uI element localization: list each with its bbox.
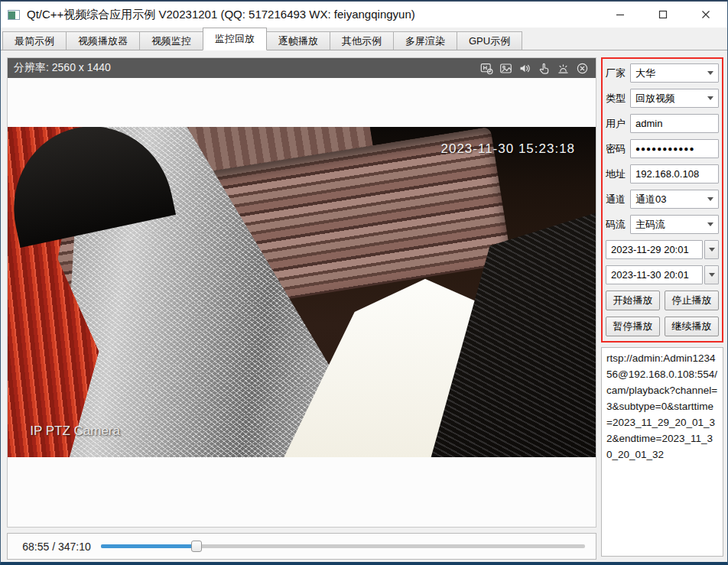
playback-bar: 68:55 / 347:10 [7, 533, 596, 560]
hand-icon [538, 62, 551, 75]
close-icon [701, 10, 710, 19]
password-label: 密码 [606, 142, 626, 156]
snapshot-button[interactable] [499, 61, 513, 76]
close-button[interactable] [684, 2, 727, 28]
playback-slider[interactable] [101, 541, 585, 553]
chevron-down-icon [707, 222, 713, 226]
user-label: 用户 [606, 117, 626, 131]
close-video-button[interactable] [575, 61, 590, 76]
vendor-label: 厂家 [606, 67, 626, 80]
end-time-picker[interactable]: 2023-11-30 20:01 [606, 265, 703, 284]
window-controls [599, 2, 727, 28]
chevron-down-icon [707, 96, 713, 100]
user-field[interactable]: admin [630, 114, 719, 133]
type-label: 类型 [606, 92, 626, 106]
start-time-dropdown-button[interactable] [704, 240, 719, 259]
record-button[interactable] [479, 61, 494, 76]
rtsp-url-textarea[interactable]: rtsp://admin:Admin123456@192.168.0.108:5… [601, 347, 723, 557]
snapshot-icon [499, 62, 512, 75]
maximize-button[interactable] [642, 2, 684, 28]
title-bar: Qt/C++视频综合应用示例 V20231201 (QQ: 517216493 … [1, 2, 727, 28]
minimize-button[interactable] [599, 2, 642, 28]
type-select[interactable]: 回放视频 [630, 89, 719, 108]
tab-gpu-example[interactable]: GPU示例 [457, 31, 522, 50]
stream-value: 主码流 [635, 218, 707, 232]
end-time-dropdown-button[interactable] [704, 265, 719, 284]
circle-close-icon [576, 62, 589, 75]
window-title: Qt/C++视频综合应用示例 V20231201 (QQ: 517216493 … [27, 8, 415, 22]
chevron-down-icon [707, 197, 713, 201]
chevron-down-icon [709, 248, 715, 252]
maximize-icon [658, 10, 668, 19]
chevron-down-icon [707, 71, 713, 75]
tab-video-monitor[interactable]: 视频监控 [140, 31, 203, 50]
slider-handle[interactable] [191, 541, 202, 552]
video-widget[interactable]: 分辨率: 2560 x 1440 [7, 57, 596, 528]
alarm-button[interactable] [556, 61, 570, 76]
channel-select[interactable]: 通道03 [630, 190, 719, 209]
address-label: 地址 [606, 167, 626, 181]
address-field[interactable]: 192.168.0.108 [630, 164, 719, 183]
password-field[interactable]: ●●●●●●●●●●● [630, 139, 719, 158]
type-value: 回放视频 [635, 92, 707, 106]
pause-play-button[interactable]: 暂停播放 [606, 317, 660, 336]
start-time-picker[interactable]: 2023-11-29 20:01 [606, 240, 703, 259]
stop-play-button[interactable]: 停止播放 [665, 291, 719, 310]
tab-bar: 最简示例 视频播放器 视频监控 监控回放 逐帧播放 其他示例 多屏渲染 GPU示… [1, 28, 727, 50]
start-play-button[interactable]: 开始播放 [606, 291, 660, 310]
playback-settings-group: 厂家 大华 类型 回放视频 用户 admin [601, 57, 723, 343]
record-icon [480, 62, 493, 75]
video-osd-toolbar: 分辨率: 2560 x 1440 [8, 58, 596, 78]
minimize-icon [616, 10, 625, 19]
resolution-label: 分辨率: 2560 x 1440 [14, 61, 111, 75]
address-value: 192.168.0.108 [635, 168, 716, 180]
playback-time-label: 68:55 / 347:10 [18, 541, 95, 553]
channel-value: 通道03 [635, 193, 707, 206]
slider-fill [101, 544, 197, 548]
vendor-value: 大华 [635, 67, 707, 80]
osd-tool-buttons [479, 61, 590, 76]
end-time-value: 2023-11-30 20:01 [611, 269, 700, 281]
osd-timestamp: 2023-11-30 15:23:18 [440, 141, 575, 157]
video-column: 分辨率: 2560 x 1440 [7, 57, 596, 565]
settings-panel: 厂家 大华 类型 回放视频 用户 admin [601, 57, 723, 565]
alarm-icon [557, 62, 570, 75]
vendor-select[interactable]: 大华 [630, 63, 719, 83]
tab-monitor-playback[interactable]: 监控回放 [203, 28, 267, 50]
tab-multi-screen-render[interactable]: 多屏渲染 [394, 31, 457, 50]
tab-video-player[interactable]: 视频播放器 [67, 31, 140, 50]
volume-icon [518, 62, 531, 75]
video-image: 2023-11-30 15:23:18 IP PTZ Camera [8, 127, 596, 457]
tab-other-examples[interactable]: 其他示例 [330, 31, 394, 50]
content-area: 分辨率: 2560 x 1440 [1, 50, 727, 565]
resume-play-button[interactable]: 继续播放 [665, 317, 719, 336]
ptz-hand-button[interactable] [537, 61, 551, 76]
stream-select[interactable]: 主码流 [630, 215, 719, 234]
app-icon [8, 10, 20, 20]
tab-frame-playback[interactable]: 逐帧播放 [267, 31, 330, 50]
start-time-value: 2023-11-29 20:01 [611, 244, 700, 255]
channel-label: 通道 [606, 193, 626, 206]
stream-label: 码流 [606, 218, 626, 232]
tab-minimal-example[interactable]: 最简示例 [2, 31, 67, 50]
app-window: Qt/C++视频综合应用示例 V20231201 (QQ: 517216493 … [0, 0, 728, 565]
volume-button[interactable] [518, 61, 532, 76]
password-value: ●●●●●●●●●●● [635, 144, 716, 153]
chevron-down-icon [709, 273, 715, 277]
user-value: admin [635, 118, 716, 129]
osd-camera-label: IP PTZ Camera [30, 424, 120, 439]
